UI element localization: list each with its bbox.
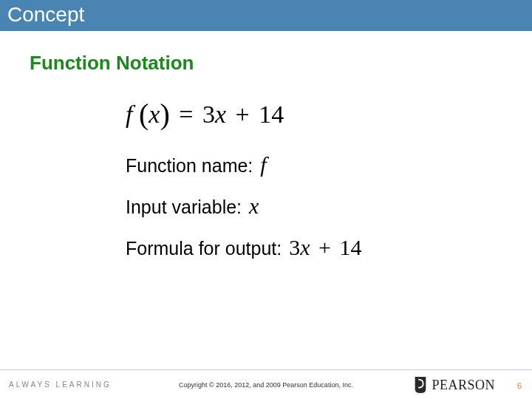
eq-function-letter: f bbox=[126, 100, 132, 128]
input-variable-label: Input variable: bbox=[126, 197, 242, 218]
formula-output-label: Formula for output: bbox=[126, 238, 282, 259]
function-name-label: Function name: bbox=[126, 155, 253, 177]
pearson-logo-icon bbox=[412, 375, 429, 395]
formula-var: x bbox=[300, 235, 310, 259]
formula-const: 14 bbox=[339, 235, 361, 259]
function-name-row: Function name: f bbox=[126, 152, 502, 177]
formula-output-row: Formula for output: 3x + 14 bbox=[126, 235, 502, 260]
section-title: Function Notation bbox=[30, 52, 502, 75]
eq-coef: 3 bbox=[202, 100, 215, 128]
eq-variable: x bbox=[149, 100, 160, 128]
pearson-logo-text: PEARSON bbox=[432, 378, 495, 393]
eq-rhs-var: x bbox=[215, 100, 226, 128]
eq-const: 14 bbox=[259, 100, 284, 128]
formula-coef: 3 bbox=[289, 235, 300, 259]
input-variable-value: x bbox=[249, 194, 259, 219]
pearson-logo: PEARSON bbox=[412, 375, 495, 395]
main-equation: f (x) = 3x + 14 bbox=[126, 95, 502, 130]
slide-category-title: Concept bbox=[7, 3, 525, 27]
footer-copyright: Copyright © 2016, 2012, and 2009 Pearson… bbox=[179, 381, 353, 389]
page-number: 6 bbox=[517, 381, 522, 390]
slide-content: Function Notation f (x) = 3x + 14 Functi… bbox=[0, 31, 532, 260]
eq-plus: + bbox=[232, 100, 252, 128]
header-bar: Concept bbox=[0, 0, 532, 31]
eq-right-paren: ) bbox=[160, 98, 169, 131]
footer-tagline: ALWAYS LEARNING bbox=[9, 381, 112, 389]
input-variable-row: Input variable: x bbox=[126, 194, 502, 219]
footer-bar: ALWAYS LEARNING Copyright © 2016, 2012, … bbox=[0, 369, 532, 399]
function-name-value: f bbox=[260, 152, 266, 177]
formula-plus: + bbox=[316, 235, 334, 259]
eq-left-paren: ( bbox=[139, 98, 149, 131]
eq-equals: = bbox=[176, 100, 196, 128]
